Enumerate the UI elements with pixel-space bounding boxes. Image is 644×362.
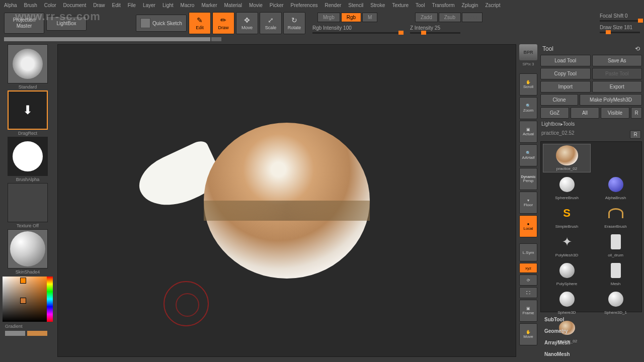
tool-item-polysphere[interactable]: PolySphere — [543, 259, 591, 287]
teapot-body — [204, 123, 370, 279]
copy-tool-button[interactable]: Copy Tool — [540, 68, 591, 79]
transpose-button[interactable]: ⟳ — [519, 275, 537, 286]
paste-tool-button[interactable]: Paste Tool — [592, 68, 642, 79]
menu-zplugin[interactable]: Zplugin — [462, 3, 478, 8]
menu-brush[interactable]: Brush — [24, 3, 37, 8]
menu-layer[interactable]: Layer — [143, 3, 155, 8]
clone-button[interactable]: Clone — [540, 94, 578, 106]
tool-title: Tool — [542, 45, 553, 52]
local-button[interactable]: ●Local — [519, 215, 537, 237]
rgb-button[interactable]: Rgb — [341, 13, 361, 22]
aahalf-button[interactable]: 🔍AAHalf — [519, 144, 537, 166]
section-arraymesh[interactable]: ArrayMesh — [540, 337, 642, 348]
export-button[interactable]: Export — [592, 81, 642, 93]
lsym-button[interactable]: L.Sym — [519, 243, 537, 261]
menu-document[interactable]: Document — [63, 3, 87, 8]
refresh-icon[interactable]: ⟲ — [635, 45, 640, 52]
tool-item-polymesh3d[interactable]: ✦PolyMesh3D — [543, 231, 591, 258]
menu-bar: AlphaBrushColorDocumentDrawEditFileLayer… — [0, 0, 644, 10]
material-thumb[interactable] — [8, 229, 48, 268]
z-intensity-slider[interactable] — [410, 32, 460, 34]
import-button[interactable]: Import — [540, 81, 591, 93]
texture-thumb[interactable] — [8, 183, 48, 222]
tool-item-eraserbrush[interactable]: EraserBrush — [592, 202, 639, 230]
zoom-button[interactable]: 🔍Zoom — [519, 97, 537, 119]
left-panel: Standard ⬇ DragRect BrushAlpha Texture O… — [0, 42, 55, 359]
bpr-button[interactable]: BPR — [519, 44, 537, 60]
draw-size-slider[interactable] — [600, 32, 640, 33]
r-button[interactable]: R — [631, 107, 642, 119]
tool-item-sphere3d[interactable]: Sphere3D — [543, 288, 591, 316]
color-picker[interactable] — [3, 277, 53, 322]
tool-item-practice_02[interactable]: practice_02 — [543, 144, 591, 172]
zcut-button[interactable]: Zcut — [462, 13, 482, 22]
stroke-thumb[interactable]: ⬇ — [8, 90, 48, 130]
arrow-down-icon: ⬇ — [23, 103, 33, 117]
menu-preferences[interactable]: Preferences — [291, 3, 318, 8]
mrgb-button[interactable]: Mrgb — [317, 13, 340, 22]
menu-edit[interactable]: Edit — [112, 3, 121, 8]
persp-button[interactable]: DynamicPersp — [519, 168, 537, 190]
move-view-button[interactable]: ✋Move — [519, 323, 537, 345]
menu-material[interactable]: Material — [224, 3, 243, 8]
menu-light[interactable]: Light — [163, 3, 174, 8]
menu-alpha[interactable]: Alpha — [4, 3, 17, 8]
tool-item-spherebrush[interactable]: SphereBrush — [543, 173, 591, 201]
brush-thumb[interactable] — [8, 44, 48, 83]
menu-picker[interactable]: Picker — [270, 3, 284, 8]
menu-macro[interactable]: Macro — [181, 3, 195, 8]
actual-button[interactable]: ▣Actual — [519, 121, 537, 143]
xyz-button[interactable]: xyz — [519, 263, 537, 273]
alpha-thumb[interactable] — [8, 137, 48, 176]
load-tool-button[interactable]: Load Tool — [540, 55, 591, 66]
menu-color[interactable]: Color — [44, 3, 56, 8]
lightbox-path[interactable]: Lightbox▸Tools — [540, 120, 642, 128]
tool-item-oil_drum[interactable]: oil_drum — [592, 231, 639, 258]
focal-shift-slider[interactable] — [600, 20, 640, 22]
quick-sketch-button[interactable]: Quick Sketch — [136, 15, 187, 32]
tool-item-simplebrush[interactable]: SSimpleBrush — [543, 202, 591, 230]
make-polymesh3d-button[interactable]: Make PolyMesh3D — [580, 94, 642, 106]
project-name: practice_02.52 — [541, 130, 575, 139]
floor-button[interactable]: ▾Floor — [519, 192, 537, 214]
menu-transform[interactable]: Transform — [432, 3, 454, 8]
scale-button[interactable]: ⤢Scale — [260, 12, 282, 34]
menu-texture[interactable]: Texture — [392, 3, 409, 8]
menu-stencil[interactable]: Stencil — [348, 3, 363, 8]
edit-button[interactable]: ✎Edit — [189, 12, 211, 34]
menu-movie[interactable]: Movie — [249, 3, 263, 8]
menu-stroke[interactable]: Stroke — [370, 3, 385, 8]
right-tools: BPR SPix 3 ✋Scroll 🔍Zoom ▣Actual 🔍AAHalf… — [518, 42, 538, 359]
menu-file[interactable]: File — [128, 3, 136, 8]
canvas[interactable] — [57, 44, 516, 357]
frame-button[interactable]: ▣Frame — [519, 300, 537, 322]
all-button[interactable]: All — [571, 107, 599, 119]
section-geometry[interactable]: Geometry — [540, 325, 642, 337]
zadd-button[interactable]: Zadd — [415, 13, 438, 22]
section-subtool[interactable]: SubTool — [540, 314, 642, 325]
frame2-button[interactable]: ⛶ — [519, 287, 537, 298]
section-nanomesh[interactable]: NanoMesh — [540, 348, 642, 360]
menu-render[interactable]: Render — [325, 3, 342, 8]
draw-size-label: Draw Size 181 — [600, 25, 632, 30]
scroll-button[interactable]: ✋Scroll — [519, 73, 537, 96]
draw-button[interactable]: ✏Draw — [212, 12, 234, 34]
menu-zscript[interactable]: Zscript — [485, 3, 500, 8]
visible-button[interactable]: Visible — [601, 107, 629, 119]
menu-draw[interactable]: Draw — [93, 3, 105, 8]
move-button[interactable]: ✥Move — [236, 12, 258, 34]
rgb-intensity-label: Rgb Intensity 100 — [312, 25, 352, 31]
zsub-button[interactable]: Zsub — [439, 13, 461, 22]
rotate-button[interactable]: ↻Rotate — [283, 12, 305, 34]
tool-item-mesh[interactable]: Mesh — [592, 259, 639, 287]
section-layers[interactable]: Layers — [540, 360, 642, 362]
menu-marker[interactable]: Marker — [201, 3, 217, 8]
goz-button[interactable]: GoZ — [540, 107, 569, 119]
menu-tool[interactable]: Tool — [416, 3, 425, 8]
save-as-button[interactable]: Save As — [592, 55, 642, 66]
tool-item-alphabrush[interactable]: AlphaBrush — [592, 173, 639, 201]
rgb-intensity-slider[interactable] — [312, 32, 403, 34]
tool-item-sphere3d_1[interactable]: Sphere3D_1 — [592, 288, 639, 316]
m-button[interactable]: M — [362, 13, 377, 22]
r2-button[interactable]: R — [630, 130, 641, 139]
